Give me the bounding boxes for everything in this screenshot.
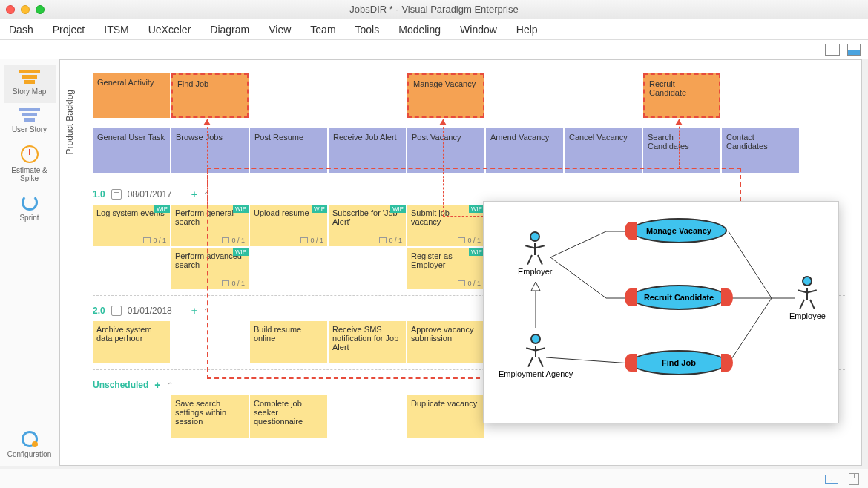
clock-icon xyxy=(21,145,39,163)
task-cancel-vacancy[interactable]: Cancel Vacancy xyxy=(565,128,642,173)
story-card[interactable]: Receive SMS notification for Job Alert xyxy=(329,321,406,363)
layout-icon[interactable] xyxy=(825,44,840,56)
activity-general[interactable]: General Activity xyxy=(93,73,170,118)
sidebar-item-estimate[interactable]: Estimate & Spike xyxy=(4,141,56,190)
storymap-canvas[interactable]: Product Backlog General Activity Find Jo… xyxy=(59,59,862,466)
sidebar-item-userstory[interactable]: User Story xyxy=(4,103,56,141)
usecase-recruit-candidate[interactable]: Recruit Candidate xyxy=(631,285,727,310)
actor-agency[interactable]: Employment Agency xyxy=(499,334,573,378)
wip-badge: WIP xyxy=(390,205,406,213)
svg-line-1 xyxy=(550,257,606,298)
menu-bar: Dash Project ITSM UeXceler Diagram View … xyxy=(0,19,868,40)
story-card[interactable]: Subscribe for 'Job Alert'WIP0 / 1 xyxy=(329,205,406,246)
story-card[interactable]: Upload resumeWIP0 / 1 xyxy=(250,205,327,246)
section-date: 01/01/2018 xyxy=(128,306,172,316)
section-version: Unscheduled xyxy=(93,380,148,390)
add-button[interactable]: + xyxy=(154,379,160,391)
svg-line-7 xyxy=(729,298,772,363)
sidebar-label: Story Map xyxy=(13,88,47,96)
sprint-icon xyxy=(22,194,38,211)
story-card[interactable]: Log system eventsWIP0 / 1 xyxy=(93,205,170,246)
story-card[interactable]: Register as EmployerWIP0 / 1 xyxy=(407,248,484,289)
task-amend-vacancy[interactable]: Amend Vacancy xyxy=(486,128,563,173)
menu-modeling[interactable]: Modeling xyxy=(398,24,441,36)
story-card[interactable]: Approve vacancy submission xyxy=(407,321,484,363)
story-card[interactable]: Archive system data perhour xyxy=(93,321,170,363)
sidebar-label: Estimate & Spike xyxy=(11,166,47,182)
menu-itsm[interactable]: ITSM xyxy=(104,24,128,36)
sidebar-label: User Story xyxy=(12,125,47,133)
usecase-manage-vacancy[interactable]: Manage Vacancy xyxy=(631,218,727,243)
storymap-icon xyxy=(18,70,42,85)
menu-dash[interactable]: Dash xyxy=(9,24,33,36)
menu-team[interactable]: Team xyxy=(310,24,335,36)
usecase-overlay[interactable]: Employer Employment Agency Employee Mana… xyxy=(483,201,839,423)
activity-recruit-candidate[interactable]: Recruit Candidate xyxy=(643,73,720,118)
svg-marker-10 xyxy=(531,282,540,291)
wip-badge: WIP xyxy=(469,205,484,213)
task-post-vacancy[interactable]: Post Vacancy xyxy=(407,128,484,173)
sidebar-label: Sprint xyxy=(19,214,39,222)
task-contact-candidates[interactable]: Contact Candidates xyxy=(722,128,799,173)
section-version: 1.0 xyxy=(93,189,105,200)
story-card[interactable]: Perform advanced searchWIP0 / 1 xyxy=(171,248,249,289)
toolbar xyxy=(0,40,868,59)
product-backlog-label: Product Backlog xyxy=(65,90,75,154)
task-browse-jobs[interactable]: Browse Jobs xyxy=(171,128,249,173)
actor-employer[interactable]: Employer xyxy=(518,231,552,276)
usecase-find-job[interactable]: Find Job xyxy=(631,350,727,375)
wip-badge: WIP xyxy=(233,205,249,213)
menu-help[interactable]: Help xyxy=(516,24,538,36)
panel-toggle-icon[interactable] xyxy=(847,44,861,56)
sidebar-label: Configuration xyxy=(7,450,51,458)
menu-project[interactable]: Project xyxy=(53,24,85,36)
sidebar-item-storymap[interactable]: Story Map xyxy=(4,65,56,103)
mail-icon[interactable] xyxy=(825,475,838,484)
collapse-button[interactable]: ⌃ xyxy=(203,191,209,199)
section-version: 2.0 xyxy=(93,306,105,316)
titlebar: JobsDIR * - Visual Paradigm Enterprise xyxy=(0,0,868,19)
add-button[interactable]: + xyxy=(191,305,197,317)
tasks-row: General User Task Browse Jobs Post Resum… xyxy=(93,128,845,173)
menu-window[interactable]: Window xyxy=(460,24,497,36)
document-icon[interactable] xyxy=(849,473,859,485)
story-card[interactable]: Perform general searchWIP0 / 1 xyxy=(171,205,249,246)
task-receive-alert[interactable]: Receive Job Alert xyxy=(329,128,406,173)
story-card[interactable]: Submit job vacancyWIP0 / 1 xyxy=(407,205,484,246)
section-date: 08/01/2017 xyxy=(128,189,172,200)
story-card[interactable]: Duplicate vacancy xyxy=(407,395,484,438)
task-search-candidates[interactable]: Search Candidates xyxy=(643,128,720,173)
gear-icon xyxy=(22,431,38,447)
calendar-icon xyxy=(111,306,122,316)
activities-row: General Activity Find Job Manage Vacancy… xyxy=(93,73,845,118)
svg-line-5 xyxy=(729,231,772,298)
story-card[interactable]: Build resume online xyxy=(250,321,327,363)
add-button[interactable]: + xyxy=(191,188,197,200)
sidebar-item-sprint[interactable]: Sprint xyxy=(4,190,56,229)
menu-view[interactable]: View xyxy=(269,24,291,36)
sidebar-item-configuration[interactable]: Configuration xyxy=(4,426,56,466)
collapse-button[interactable]: ⌃ xyxy=(167,381,173,389)
activity-find-job[interactable]: Find Job xyxy=(171,73,249,118)
wip-badge: WIP xyxy=(469,248,484,256)
collapse-button[interactable]: ⌃ xyxy=(203,307,209,315)
window-title: JobsDIR * - Visual Paradigm Enterprise xyxy=(0,4,868,15)
activity-manage-vacancy[interactable]: Manage Vacancy xyxy=(407,73,484,118)
story-card[interactable]: Save search settings within session xyxy=(171,395,249,438)
menu-diagram[interactable]: Diagram xyxy=(210,24,249,36)
status-bar xyxy=(0,469,868,488)
task-post-resume[interactable]: Post Resume xyxy=(250,128,327,173)
wip-badge: WIP xyxy=(312,205,327,213)
menu-tools[interactable]: Tools xyxy=(355,24,380,36)
wip-badge: WIP xyxy=(233,248,249,256)
actor-employee[interactable]: Employee xyxy=(789,276,826,320)
story-card[interactable]: Complete job seeker questionnaire xyxy=(250,395,327,438)
userstory-icon xyxy=(18,108,42,122)
wip-badge: WIP xyxy=(154,205,170,213)
calendar-icon xyxy=(111,189,122,200)
task-general-user[interactable]: General User Task xyxy=(93,128,170,173)
menu-uexceler[interactable]: UeXceler xyxy=(148,24,191,36)
svg-line-0 xyxy=(550,231,606,257)
sidebar: Story Map User Story Estimate & Spike Sp… xyxy=(0,59,59,466)
